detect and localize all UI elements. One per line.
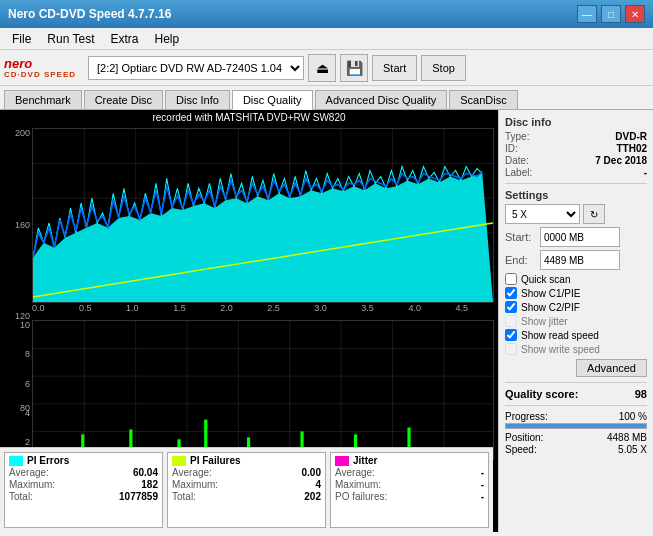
position-value: 4488 MB [607,432,647,443]
show-read-speed-label: Show read speed [521,330,599,341]
start-input[interactable] [540,227,620,247]
pi-errors-label: PI Errors [27,455,69,466]
right-panel: Disc info Type: DVD-R ID: TTH02 Date: 7 … [498,110,653,532]
pi-failures-label: PI Failures [190,455,241,466]
tab-scandisc[interactable]: ScanDisc [449,90,517,109]
drive-select[interactable]: [2:2] Optiarc DVD RW AD-7240S 1.04 [88,56,304,80]
start-field: Start: [505,227,647,247]
jitter-label: Jitter [353,455,377,466]
legend-jitter: Jitter Average: - Maximum: - PO failures… [330,452,489,528]
show-jitter-row: Show jitter [505,315,647,327]
po-failures-label: PO failures: [335,491,387,502]
position-label: Position: [505,432,543,443]
chart-title: recorded with MATSHITA DVD+RW SW820 [0,112,498,123]
minimize-button[interactable]: — [577,5,597,23]
settings-title: Settings [505,189,647,201]
top-chart-svg [33,129,493,302]
show-write-speed-checkbox[interactable] [505,343,517,355]
quick-scan-checkbox[interactable] [505,273,517,285]
show-write-speed-label: Show write speed [521,344,600,355]
jitter-maximum: - [481,479,484,490]
bottom-chart-svg [33,321,493,459]
legend: PI Errors Average: 60.04 Maximum: 182 To… [0,447,493,532]
quality-score-value: 98 [635,388,647,400]
menu-help[interactable]: Help [147,30,188,48]
show-read-speed-checkbox[interactable] [505,329,517,341]
quality-score-row: Quality score: 98 [505,388,647,400]
top-chart-x-axis: 0.0 0.5 1.0 1.5 2.0 2.5 3.0 3.5 4.0 4.5 [32,303,468,313]
pi-errors-color-box [9,456,23,466]
menu-file[interactable]: File [4,30,39,48]
menu-bar: File Run Test Extra Help [0,28,653,50]
tab-disc-info[interactable]: Disc Info [165,90,230,109]
start-label: Start: [505,231,537,243]
jitter-color-box [335,456,349,466]
progress-label: Progress: [505,411,548,422]
pi-errors-maximum: 182 [141,479,158,490]
tab-bar: Benchmark Create Disc Disc Info Disc Qua… [0,86,653,110]
menu-extra[interactable]: Extra [102,30,146,48]
bottom-chart [32,320,494,460]
show-write-speed-row: Show write speed [505,343,647,355]
show-c1-pie-label: Show C1/PIE [521,288,580,299]
tab-disc-quality[interactable]: Disc Quality [232,90,313,110]
quick-scan-row: Quick scan [505,273,647,285]
disc-type-row: Type: DVD-R [505,131,647,142]
pi-errors-average: 60.04 [133,467,158,478]
date-value: 7 Dec 2018 [595,155,647,166]
stop-button[interactable]: Stop [421,55,466,81]
end-label: End: [505,254,537,266]
speed-field: 5 X 4 X 8 X Max ↻ [505,204,647,224]
divider-2 [505,382,647,383]
show-c1-pie-checkbox[interactable] [505,287,517,299]
type-label: Type: [505,131,529,142]
tab-advanced-disc-quality[interactable]: Advanced Disc Quality [315,90,448,109]
refresh-button[interactable]: ↻ [583,204,605,224]
advanced-button[interactable]: Advanced [576,359,647,377]
disc-date-row: Date: 7 Dec 2018 [505,155,647,166]
menu-run-test[interactable]: Run Test [39,30,102,48]
divider-3 [505,405,647,406]
start-button[interactable]: Start [372,55,417,81]
main-content: recorded with MATSHITA DVD+RW SW820 200 … [0,110,653,532]
show-c2-pif-label: Show C2/PIF [521,302,580,313]
pi-failures-total: 202 [304,491,321,502]
title-bar: Nero CD-DVD Speed 4.7.7.16 — □ ✕ [0,0,653,28]
disc-label-label: Label: [505,167,532,178]
save-button[interactable]: 💾 [340,54,368,82]
pi-failures-maximum: 4 [315,479,321,490]
pi-errors-total: 1077859 [119,491,158,502]
show-read-speed-row: Show read speed [505,329,647,341]
top-chart: 20 16 12 8 4 [32,128,494,303]
close-button[interactable]: ✕ [625,5,645,23]
show-jitter-label: Show jitter [521,316,568,327]
progress-bar [505,423,647,429]
legend-pi-failures: PI Failures Average: 0.00 Maximum: 4 Tot… [167,452,326,528]
show-c2-pif-checkbox[interactable] [505,301,517,313]
id-label: ID: [505,143,518,154]
pi-failures-average: 0.00 [302,467,321,478]
tab-benchmark[interactable]: Benchmark [4,90,82,109]
maximize-button[interactable]: □ [601,5,621,23]
position-row: Position: 4488 MB [505,432,647,443]
speed-value: 5.05 X [618,444,647,455]
tab-create-disc[interactable]: Create Disc [84,90,163,109]
progress-value: 100 % [619,411,647,422]
end-input[interactable] [540,250,620,270]
svg-marker-12 [33,173,493,302]
speed-label: Speed: [505,444,537,455]
eject-button[interactable]: ⏏ [308,54,336,82]
speed-row: Speed: 5.05 X [505,444,647,455]
po-failures-value: - [481,491,484,502]
bottom-chart-y-axis: 10 8 6 4 2 [0,320,32,447]
end-field: End: [505,250,647,270]
show-c2-pif-row: Show C2/PIF [505,301,647,313]
show-jitter-checkbox[interactable] [505,315,517,327]
date-label: Date: [505,155,529,166]
logo-sub: CD·DVD SPEED [4,70,76,79]
speed-select[interactable]: 5 X 4 X 8 X Max [505,204,580,224]
id-value: TTH02 [616,143,647,154]
progress-bar-fill [506,424,646,428]
disc-label-row: Label: - [505,167,647,178]
pi-failures-color-box [172,456,186,466]
